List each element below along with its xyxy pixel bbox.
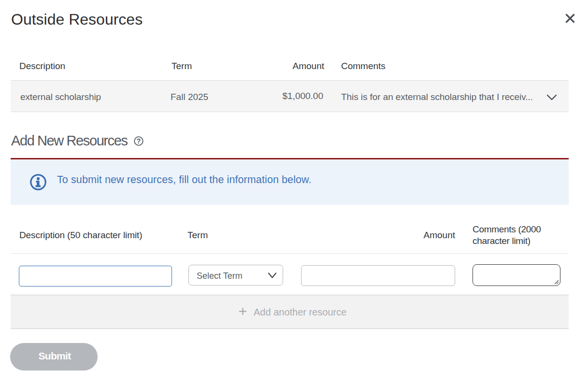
svg-text:?: ?: [137, 137, 141, 145]
